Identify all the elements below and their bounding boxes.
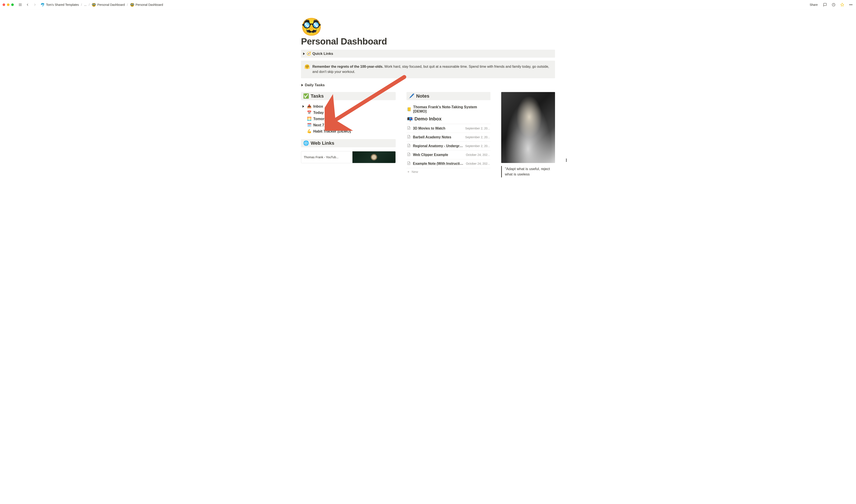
notebook-icon: 📒 <box>407 107 411 112</box>
note-row[interactable]: 3D Movies to Watch September 2, 20... <box>407 124 491 133</box>
notes-inbox-header[interactable]: 📭 Demo Inbox <box>407 114 491 124</box>
document-icon <box>407 126 411 131</box>
note-title: Web Clipper Example <box>413 153 464 157</box>
tasks-header[interactable]: ✅ Tasks <box>301 92 396 100</box>
note-title: Barbell Academy Notes <box>413 135 463 139</box>
window-minimize-button[interactable] <box>7 3 10 6</box>
breadcrumb-item-parent[interactable]: 🥸 Personal Dashboard <box>91 2 126 7</box>
comments-icon[interactable] <box>822 2 827 7</box>
note-row[interactable]: Example Note (With Instruction... Octobe… <box>407 159 491 168</box>
breadcrumb-separator: / <box>81 3 82 6</box>
notes-system-link[interactable]: 📒 Thomas Frank's Note-Taking System [DEM… <box>407 104 491 114</box>
daily-tasks-toggle[interactable]: Daily Tasks <box>301 81 555 89</box>
new-note-label: New <box>412 170 418 174</box>
task-link-label: Next 7 Days <box>313 123 334 127</box>
window-maximize-button[interactable] <box>11 3 14 6</box>
note-row[interactable]: Web Clipper Example October 24, 202... <box>407 150 491 159</box>
mailbox-icon: 📭 <box>407 116 413 122</box>
note-date: September 2, 20... <box>465 144 490 148</box>
favorite-star-icon[interactable] <box>840 2 845 7</box>
task-link-tomorrow[interactable]: 🌅 Tomorrow <box>302 116 396 121</box>
notes-system-label: Thomas Frank's Note-Taking System [DEMO] <box>413 105 490 113</box>
page-emoji[interactable]: 🥸 <box>301 18 555 35</box>
quote-block[interactable]: "Adapt what is useful, reject what is us… <box>501 166 555 177</box>
inspiration-image[interactable] <box>501 92 555 163</box>
nav-back-icon[interactable] <box>25 2 30 7</box>
caret-right-icon <box>303 105 304 108</box>
svg-marker-4 <box>841 3 844 6</box>
bookmark-meta: Thomas Frank - YouTub... <box>301 151 353 163</box>
nav-forward-icon[interactable] <box>32 2 37 7</box>
daily-tasks-label: Daily Tasks <box>305 83 325 87</box>
note-row[interactable]: Barbell Academy Notes September 2, 20... <box>407 133 491 142</box>
tasks-header-label: Tasks <box>311 93 324 99</box>
sidebar-toggle-icon[interactable] <box>18 2 23 7</box>
web-bookmark[interactable]: Thomas Frank - YouTub... <box>301 151 396 163</box>
breadcrumb-label: Personal Dashboard <box>136 3 163 6</box>
spiral-calendar-icon: 🗓️ <box>307 123 311 127</box>
quote-text: "Adapt what is useful, reject what is us… <box>505 167 550 176</box>
caret-right-icon <box>302 84 303 87</box>
breadcrumb-item-root[interactable]: 🐬 Tom's Shared Templates <box>40 2 80 7</box>
svg-point-5 <box>849 4 850 5</box>
window-close-button[interactable] <box>3 3 5 6</box>
compass-icon: 🧭 <box>307 51 311 56</box>
check-mark-icon: ✅ <box>303 93 309 99</box>
document-icon <box>407 134 411 140</box>
document-icon <box>407 143 411 148</box>
updates-clock-icon[interactable] <box>831 2 836 7</box>
note-date: October 24, 202... <box>466 162 490 165</box>
task-link-inbox[interactable]: 📥 Inbox <box>302 104 396 109</box>
flexed-biceps-icon: 💪 <box>307 129 311 133</box>
note-row[interactable]: Regional Anatomy - Undergrad... Septembe… <box>407 142 491 150</box>
callout-bold: Remember the regrets of the 100-year-old… <box>312 65 383 68</box>
weblinks-header[interactable]: 🌐 Web Links <box>301 139 396 147</box>
notes-list: 3D Movies to Watch September 2, 20... Ba… <box>407 124 491 175</box>
document-icon <box>407 161 411 166</box>
notes-column: 🖊️ Notes 📒 Thomas Frank's Note-Taking Sy… <box>407 92 491 177</box>
pen-icon: 🖊️ <box>409 93 414 99</box>
weblinks-header-label: Web Links <box>311 140 335 146</box>
task-link-label: Today <box>313 110 324 115</box>
topbar-actions: Share <box>808 2 853 7</box>
note-title: Regional Anatomy - Undergrad... <box>413 144 463 148</box>
notes-header[interactable]: 🖊️ Notes <box>407 92 491 100</box>
bookmark-title: Thomas Frank - YouTub... <box>304 156 350 159</box>
tasks-column: ✅ Tasks 📥 Inbox 📅 Today 🌅 Tomorrow <box>301 92 396 177</box>
task-link-label: Habit Tracker [DEMO] <box>313 129 351 133</box>
task-link-label: Tomorrow <box>313 117 331 121</box>
share-button[interactable]: Share <box>808 3 819 7</box>
notes-header-label: Notes <box>416 93 429 99</box>
note-date: October 24, 202... <box>466 153 490 157</box>
calendar-icon: 📅 <box>307 110 311 115</box>
task-link-next7[interactable]: 🗓️ Next 7 Days <box>302 123 396 127</box>
note-title: Example Note (With Instruction... <box>413 162 464 165</box>
task-link-habits[interactable]: 💪 Habit Tracker [DEMO] <box>302 129 396 133</box>
svg-point-6 <box>851 4 851 5</box>
sunrise-icon: 🌅 <box>307 116 311 121</box>
page-content: 🥸 Personal Dashboard 🧭 Quick Links 🤗 Rem… <box>292 10 564 177</box>
inbox-icon: 📥 <box>307 104 311 109</box>
breadcrumb-item-ellipsis[interactable]: ... <box>83 3 88 7</box>
notes-inbox-label: Demo Inbox <box>414 116 442 122</box>
breadcrumb-label: Tom's Shared Templates <box>46 3 79 6</box>
quick-links-toggle[interactable]: 🧭 Quick Links <box>301 50 555 58</box>
callout-text: Remember the regrets of the 100-year-old… <box>312 64 552 74</box>
callout-block[interactable]: 🤗 Remember the regrets of the 100-year-o… <box>301 61 555 78</box>
more-menu-icon[interactable] <box>848 2 853 7</box>
topbar: 🐬 Tom's Shared Templates / ... / 🥸 Perso… <box>0 0 856 10</box>
breadcrumb-item-current[interactable]: 🥸 Personal Dashboard <box>129 2 164 7</box>
quick-links-label: Quick Links <box>312 52 333 56</box>
caret-right-icon <box>303 52 305 55</box>
document-icon <box>407 152 411 157</box>
note-date: September 2, 20... <box>465 136 490 139</box>
page-title[interactable]: Personal Dashboard <box>301 36 555 47</box>
hugging-face-icon: 🤗 <box>304 64 310 74</box>
bookmark-thumbnail <box>353 151 395 163</box>
task-link-today[interactable]: 📅 Today <box>302 110 396 115</box>
sidebar-column: "Adapt what is useful, reject what is us… <box>501 92 555 177</box>
new-note-button[interactable]: New <box>407 168 491 175</box>
tasks-list: 📥 Inbox 📅 Today 🌅 Tomorrow 🗓️ Next 7 Da <box>301 104 396 133</box>
breadcrumb-label: ... <box>84 3 87 6</box>
dolphin-icon: 🐬 <box>40 3 45 7</box>
